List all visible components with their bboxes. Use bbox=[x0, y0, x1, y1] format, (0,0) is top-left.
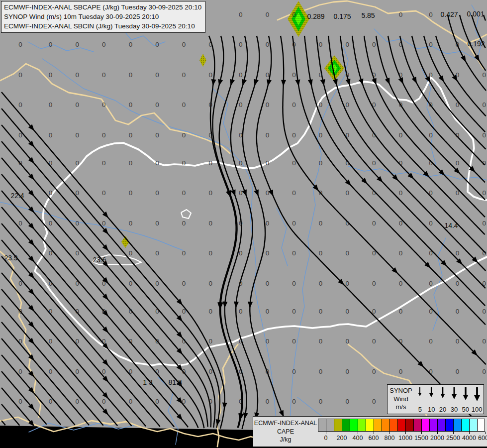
svg-text:0: 0 bbox=[208, 398, 212, 405]
svg-text:0: 0 bbox=[266, 337, 270, 345]
svg-text:0: 0 bbox=[266, 159, 270, 167]
svg-text:0: 0 bbox=[75, 189, 79, 197]
svg-text:0: 0 bbox=[292, 368, 296, 375]
svg-text:0: 0 bbox=[18, 41, 22, 48]
svg-text:0: 0 bbox=[129, 131, 133, 139]
cape-scale-tick bbox=[453, 432, 454, 434]
svg-text:0: 0 bbox=[345, 249, 349, 257]
svg-text:0: 0 bbox=[429, 101, 433, 109]
svg-text:0: 0 bbox=[75, 159, 79, 167]
svg-text:0: 0 bbox=[345, 308, 349, 315]
svg-text:0: 0 bbox=[18, 368, 22, 375]
svg-text:0: 0 bbox=[182, 159, 186, 167]
svg-text:0: 0 bbox=[49, 368, 53, 375]
cape-scale-tick bbox=[358, 432, 358, 434]
wind-legend-units: m/s bbox=[396, 403, 406, 412]
svg-text:0: 0 bbox=[49, 280, 53, 287]
wind-speed-item: 10 bbox=[426, 386, 437, 413]
svg-text:0: 0 bbox=[399, 71, 403, 79]
svg-text:0: 0 bbox=[208, 159, 212, 167]
svg-text:0: 0 bbox=[292, 280, 296, 287]
svg-text:0: 0 bbox=[155, 159, 159, 167]
svg-text:0: 0 bbox=[482, 71, 486, 79]
svg-text:0: 0 bbox=[266, 189, 270, 197]
svg-text:0: 0 bbox=[49, 41, 53, 48]
svg-text:0: 0 bbox=[482, 220, 486, 227]
svg-text:14.4: 14.4 bbox=[444, 222, 458, 229]
svg-text:0: 0 bbox=[239, 337, 243, 345]
svg-text:0: 0 bbox=[456, 71, 460, 79]
svg-text:0: 0 bbox=[239, 101, 243, 109]
svg-text:0: 0 bbox=[208, 189, 212, 197]
wind-speed-label: 20 bbox=[439, 406, 446, 413]
svg-text:0: 0 bbox=[266, 280, 270, 287]
svg-text:0: 0 bbox=[345, 159, 349, 167]
cape-scale-label: 2000 bbox=[430, 435, 444, 442]
svg-text:0: 0 bbox=[319, 249, 323, 257]
weather-map-app: 0000000000000000000000000000000000000000… bbox=[0, 0, 487, 448]
svg-text:0: 0 bbox=[372, 249, 376, 257]
svg-text:0: 0 bbox=[292, 159, 296, 167]
svg-text:0: 0 bbox=[102, 189, 106, 197]
svg-text:0: 0 bbox=[182, 308, 186, 315]
svg-text:81.8: 81.8 bbox=[168, 378, 182, 386]
svg-text:0: 0 bbox=[129, 337, 133, 345]
svg-text:0: 0 bbox=[239, 249, 243, 257]
svg-text:0: 0 bbox=[429, 368, 433, 375]
cape-scale-cell bbox=[445, 419, 453, 432]
cape-scale-cell bbox=[366, 419, 374, 432]
svg-text:0: 0 bbox=[155, 280, 159, 287]
wind-arrow-icon bbox=[426, 386, 437, 404]
svg-text:0: 0 bbox=[49, 220, 53, 227]
svg-text:0: 0 bbox=[155, 398, 159, 405]
svg-text:0: 0 bbox=[18, 101, 22, 109]
svg-text:0: 0 bbox=[18, 71, 22, 79]
svg-text:0: 0 bbox=[319, 189, 323, 197]
cape-legend-units: J/kg bbox=[280, 436, 292, 444]
svg-text:0: 0 bbox=[182, 220, 186, 227]
cape-scale-cell bbox=[350, 419, 358, 432]
svg-text:0: 0 bbox=[49, 159, 53, 167]
svg-text:1 3: 1 3 bbox=[143, 378, 153, 386]
svg-text:0: 0 bbox=[372, 280, 376, 287]
svg-text:0: 0 bbox=[182, 131, 186, 139]
svg-text:0: 0 bbox=[456, 41, 460, 48]
svg-text:0.175: 0.175 bbox=[333, 12, 351, 20]
svg-text:0: 0 bbox=[292, 101, 296, 109]
svg-text:0: 0 bbox=[239, 368, 243, 375]
svg-text:0: 0 bbox=[49, 71, 53, 79]
svg-text:0: 0 bbox=[429, 280, 433, 287]
svg-text:0: 0 bbox=[266, 308, 270, 315]
svg-text:0: 0 bbox=[292, 71, 296, 79]
cape-scale-cell bbox=[358, 419, 366, 432]
wind-arrow-icon bbox=[437, 386, 448, 404]
svg-text:0: 0 bbox=[372, 337, 376, 345]
svg-text:0: 0 bbox=[399, 159, 403, 167]
svg-text:0: 0 bbox=[239, 131, 243, 139]
svg-text:0: 0 bbox=[208, 308, 212, 315]
svg-text:0: 0 bbox=[129, 220, 133, 227]
cape-scale-cell bbox=[326, 419, 334, 432]
cape-scale-tick bbox=[342, 432, 342, 434]
svg-text:0: 0 bbox=[372, 131, 376, 139]
svg-text:0: 0 bbox=[155, 71, 159, 79]
svg-text:0: 0 bbox=[399, 11, 403, 18]
svg-text:0: 0 bbox=[239, 71, 243, 79]
wind-arrow-icon bbox=[414, 386, 425, 404]
cape-scale-cell bbox=[477, 419, 485, 432]
svg-text:0: 0 bbox=[155, 189, 159, 197]
svg-text:0: 0 bbox=[482, 101, 486, 109]
svg-text:0: 0 bbox=[456, 308, 460, 315]
svg-text:0: 0 bbox=[399, 220, 403, 227]
svg-text:0: 0 bbox=[129, 308, 133, 315]
svg-text:0: 0 bbox=[129, 249, 133, 257]
cape-legend-model: ECMWF-INDEX-ANAL bbox=[254, 419, 317, 428]
svg-text:0: 0 bbox=[429, 189, 433, 197]
svg-text:0: 0 bbox=[75, 337, 79, 345]
wind-speed-label: 10 bbox=[428, 406, 435, 413]
svg-text:0: 0 bbox=[129, 41, 133, 48]
cape-scale-cell bbox=[342, 419, 350, 432]
svg-text:0: 0 bbox=[482, 249, 486, 257]
wind-speed-label: 100 bbox=[472, 406, 483, 413]
svg-text:0: 0 bbox=[266, 71, 270, 79]
